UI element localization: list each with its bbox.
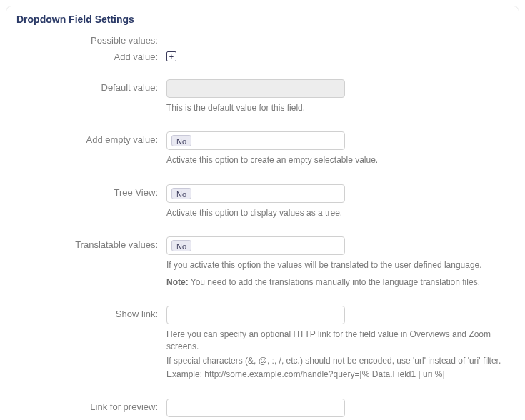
row-translatable-values: Translatable values: No If you activate …	[16, 236, 509, 289]
default-value-input[interactable]	[166, 79, 345, 98]
label-possible-values: Possible values:	[16, 32, 166, 46]
helper-add-empty-value: Activate this option to create an empty …	[166, 154, 509, 166]
row-default-value: Default value: This is the default value…	[16, 79, 509, 114]
note-text: You need to add the translations manuall…	[189, 277, 480, 287]
label-default-value: Default value:	[16, 79, 166, 93]
row-add-value: Add value: +	[16, 49, 509, 62]
dropdown-field-settings-panel: Dropdown Field Settings Possible values:…	[6, 6, 519, 420]
row-tree-view: Tree View: No Activate this option to di…	[16, 184, 509, 219]
show-link-input[interactable]	[166, 306, 345, 324]
row-show-link: Show link: Here you can specify an optio…	[16, 306, 509, 381]
add-empty-value-select[interactable]: No	[166, 131, 345, 150]
note-label: Note:	[166, 277, 189, 287]
label-show-link: Show link:	[16, 306, 166, 319]
label-add-empty-value: Add empty value:	[16, 131, 166, 145]
helper-translatable-line1: If you activate this option the values w…	[166, 259, 509, 271]
tree-view-selected: No	[171, 188, 191, 199]
row-possible-values: Possible values:	[16, 32, 509, 46]
label-link-for-preview: Link for preview:	[16, 399, 166, 412]
add-empty-value-selected: No	[171, 135, 191, 146]
translatable-values-select[interactable]: No	[166, 236, 345, 255]
label-tree-view: Tree View:	[16, 184, 166, 198]
helper-show-link-1: Here you can specify an optional HTTP li…	[166, 329, 509, 354]
helper-tree-view: Activate this option to display values a…	[166, 207, 509, 219]
label-translatable-values: Translatable values:	[16, 236, 166, 250]
link-for-preview-input[interactable]	[166, 399, 345, 417]
helper-show-link-2: If special characters (&, @, :, /, etc.)…	[166, 355, 509, 367]
tree-view-select[interactable]: No	[166, 184, 345, 203]
row-link-for-preview: Link for preview: If filled in, this URL…	[16, 399, 509, 420]
panel-title: Dropdown Field Settings	[16, 14, 509, 25]
helper-translatable-note: Note: You need to add the translations m…	[166, 276, 509, 289]
translatable-values-selected: No	[171, 240, 191, 251]
helper-show-link-3: Example: http://some.example.com/handle?…	[166, 369, 509, 381]
add-value-icon[interactable]: +	[166, 51, 176, 61]
label-add-value: Add value:	[16, 49, 166, 62]
row-add-empty-value: Add empty value: No Activate this option…	[16, 131, 509, 166]
helper-default-value: This is the default value for this field…	[166, 102, 509, 114]
